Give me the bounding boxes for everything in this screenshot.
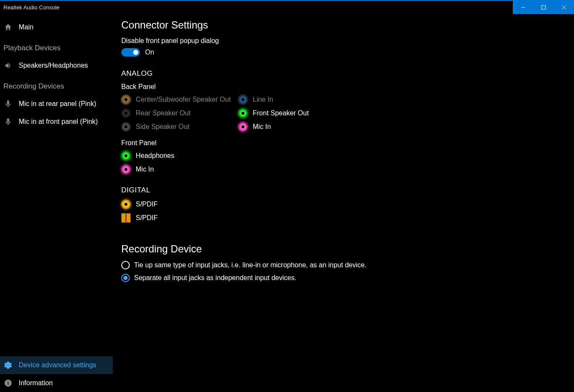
close-button[interactable] [554, 1, 574, 14]
sidebar: Main Playback Devices Speakers/Headphone… [0, 14, 113, 392]
svg-rect-6 [8, 381, 9, 382]
jack-label: Mic In [136, 166, 154, 173]
maximize-button[interactable] [533, 1, 554, 14]
titlebar: Realtek Audio Console [0, 0, 574, 14]
sidebar-item-speakers[interactable]: Speakers/Headphones [0, 57, 113, 74]
jack-icon-black [121, 109, 131, 118]
sidebar-section-playback: Playback Devices [0, 36, 113, 57]
jack-rear-speaker[interactable]: Rear Speaker Out [121, 109, 238, 118]
sidebar-item-mic-front[interactable]: Mic in at front panel (Pink) [0, 113, 113, 131]
jack-label: Mic In [253, 123, 271, 131]
jack-icon-pink [121, 165, 131, 174]
jack-icon-blue [238, 95, 248, 104]
jack-label: Side Speaker Out [136, 123, 189, 131]
sidebar-section-recording: Recording Devices [0, 74, 113, 95]
radio-icon [121, 261, 130, 269]
analog-header: ANALOG [121, 69, 565, 78]
jack-line-in[interactable]: Line In [238, 95, 355, 104]
sidebar-item-label: Main [19, 23, 34, 31]
toggle-state-text: On [145, 49, 154, 56]
microphone-icon [3, 99, 13, 109]
jack-side-speaker[interactable]: Side Speaker Out [121, 122, 238, 132]
sidebar-item-main[interactable]: Main [0, 18, 113, 36]
main-content: Connector Settings Disable front panel p… [113, 14, 574, 392]
gear-icon [3, 361, 13, 370]
window-controls [513, 1, 574, 14]
sidebar-item-label: Information [19, 379, 53, 387]
spdif-optical-icon [121, 213, 131, 223]
jack-label: S/PDIF [136, 200, 158, 208]
sidebar-item-label: Mic in at front panel (Pink) [19, 118, 98, 126]
back-panel-header: Back Panel [121, 83, 565, 91]
window-title: Realtek Audio Console [0, 4, 60, 11]
jack-label: S/PDIF [136, 214, 158, 222]
jack-spdif-optical[interactable]: S/PDIF [121, 213, 565, 223]
recording-device-title: Recording Device [121, 243, 565, 255]
sidebar-item-label: Device advanced settings [19, 361, 96, 369]
radio-icon [121, 274, 130, 282]
speaker-icon [3, 61, 13, 70]
jack-label: Rear Speaker Out [136, 109, 191, 117]
spdif-coax-icon [121, 200, 131, 209]
sidebar-item-label: Speakers/Headphones [19, 62, 88, 69]
jack-icon-orange [121, 95, 131, 104]
radio-tie-jacks[interactable]: Tie up same type of input jacks, i.e. li… [121, 261, 565, 269]
radio-label: Separate all input jacks as independent … [134, 274, 297, 282]
sidebar-item-information[interactable]: Information [0, 374, 113, 392]
info-icon [3, 378, 13, 388]
radio-label: Tie up same type of input jacks, i.e. li… [134, 261, 366, 269]
jack-icon-grey [121, 122, 131, 132]
home-icon [3, 23, 13, 32]
disable-popup-label: Disable front panel popup dialog [121, 37, 565, 45]
jack-headphones[interactable]: Headphones [121, 151, 565, 160]
jack-label: Center/Subwoofer Speaker Out [136, 96, 231, 103]
jack-front-speaker[interactable]: Front Speaker Out [238, 109, 355, 118]
jack-center-subwoofer[interactable]: Center/Subwoofer Speaker Out [121, 95, 238, 104]
microphone-icon [3, 117, 13, 126]
toggle-knob [133, 50, 138, 55]
jack-icon-green [238, 109, 248, 118]
jack-label: Headphones [136, 152, 174, 160]
jack-icon-pink [238, 122, 248, 132]
page-title: Connector Settings [121, 19, 565, 31]
jack-label: Line In [253, 96, 273, 103]
sidebar-item-advanced-settings[interactable]: Device advanced settings [0, 356, 113, 374]
sidebar-item-mic-rear[interactable]: Mic in at rear panel (Pink) [0, 95, 113, 113]
jack-spdif-coax[interactable]: S/PDIF [121, 200, 565, 209]
digital-header: DIGITAL [121, 186, 565, 195]
front-panel-header: Front Panel [121, 139, 565, 147]
sidebar-item-label: Mic in at rear panel (Pink) [19, 100, 96, 108]
jack-mic-in-front[interactable]: Mic In [121, 165, 565, 174]
minimize-button[interactable] [513, 1, 533, 14]
disable-popup-toggle[interactable] [121, 48, 140, 57]
svg-rect-1 [542, 6, 545, 9]
jack-icon-green [121, 151, 131, 160]
jack-label: Front Speaker Out [253, 109, 309, 117]
jack-mic-in-back[interactable]: Mic In [238, 122, 355, 132]
svg-rect-5 [8, 382, 9, 385]
radio-separate-jacks[interactable]: Separate all input jacks as independent … [121, 274, 565, 282]
